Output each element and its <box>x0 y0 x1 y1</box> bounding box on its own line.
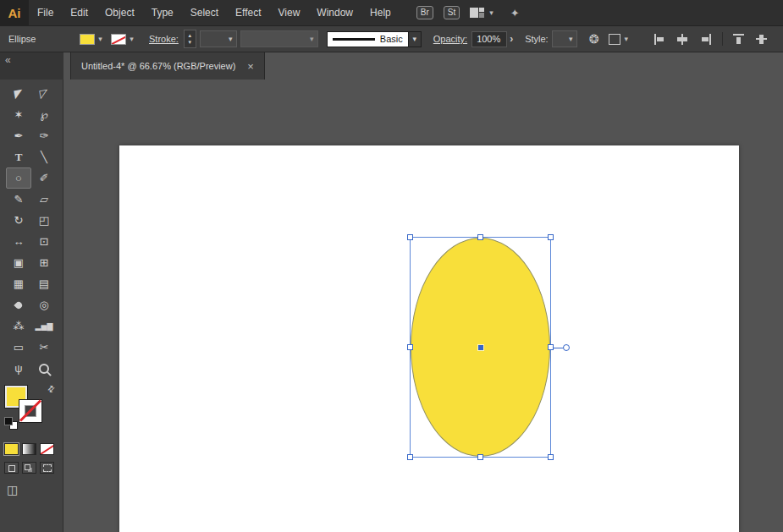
menu-item-file[interactable]: File <box>29 0 62 25</box>
width-icon: ↔ <box>14 235 25 248</box>
selection-handle-middle-right[interactable] <box>548 344 554 350</box>
slice-tool[interactable]: ✂ <box>31 337 57 358</box>
type-tool[interactable]: T <box>6 146 31 167</box>
selection-handle-middle-left[interactable] <box>407 344 413 350</box>
stock-button[interactable]: St <box>444 6 460 19</box>
vertical-align-center-icon[interactable] <box>756 34 769 45</box>
zoom-tool[interactable] <box>31 358 57 379</box>
blend-tool[interactable]: ◎ <box>31 294 57 315</box>
pen-tool[interactable]: ✒ <box>6 125 31 146</box>
pencil-tool[interactable]: ✎ <box>6 189 31 210</box>
lasso-tool[interactable]: ℘ <box>31 104 57 125</box>
mesh-tool[interactable]: ▦ <box>6 273 31 294</box>
draw-inside-button[interactable] <box>40 462 54 474</box>
ellipse-tool[interactable]: ○ <box>6 167 31 189</box>
eyedropper-tool[interactable] <box>6 294 31 315</box>
align-to-caret-icon[interactable]: ▾ <box>620 35 631 43</box>
fill-dropdown-caret-icon[interactable]: ▾ <box>95 35 106 43</box>
artboard-tool[interactable]: ▭ <box>6 337 31 358</box>
line-segment-tool[interactable]: ╲ <box>31 146 57 167</box>
opacity-flyout-chevron-icon[interactable]: › <box>510 33 513 45</box>
menu-item-type[interactable]: Type <box>143 0 182 25</box>
main-menu: File Edit Object Type Select Effect View… <box>29 0 400 25</box>
perspective-grid-icon: ⊞ <box>40 256 49 269</box>
style-caret-icon[interactable]: ▾ <box>565 35 576 43</box>
brush-caret-icon[interactable]: ▾ <box>409 31 422 47</box>
recolor-artwork-icon[interactable]: ❂ <box>589 32 599 46</box>
align-to-selection-combo[interactable]: ▾ <box>609 34 631 45</box>
color-mode-buttons <box>0 431 63 455</box>
magic-wand-tool[interactable]: ✶ <box>6 104 31 125</box>
shape-builder-icon: ▣ <box>14 256 24 269</box>
stroke-weight-caret-icon[interactable]: ▾ <box>225 35 236 43</box>
horizontal-align-left-icon[interactable] <box>653 34 666 45</box>
horizontal-align-center-icon[interactable] <box>676 34 689 45</box>
none-button[interactable] <box>40 443 54 455</box>
menu-item-edit[interactable]: Edit <box>62 0 96 25</box>
stepper-up-icon[interactable]: ▴ <box>189 32 192 39</box>
curvature-tool[interactable]: ✑ <box>31 125 57 146</box>
stroke-dropdown-caret-icon[interactable]: ▾ <box>126 35 137 43</box>
selection-handle-top-right[interactable] <box>548 234 554 240</box>
horizontal-align-right-icon[interactable] <box>699 34 712 45</box>
eraser-tool[interactable]: ▱ <box>31 189 57 210</box>
opacity-panel-link[interactable]: Opacity: <box>433 34 467 44</box>
fill-color-swatch[interactable] <box>80 34 95 45</box>
swap-fill-stroke-icon[interactable]: ⇄ <box>45 383 57 395</box>
collapse-panels-icon[interactable]: « <box>5 54 11 66</box>
menu-item-window[interactable]: Window <box>308 0 361 25</box>
vertical-align-top-icon[interactable] <box>733 34 746 45</box>
selection-handle-bottom-left[interactable] <box>407 454 413 460</box>
perspective-grid-tool[interactable]: ⊞ <box>31 252 57 273</box>
style-combo[interactable]: ▾ <box>552 30 577 47</box>
shape-builder-tool[interactable]: ▣ <box>6 252 31 273</box>
menu-item-view[interactable]: View <box>270 0 309 25</box>
stepper-down-icon[interactable]: ▾ <box>189 39 192 46</box>
opacity-input[interactable]: 100% <box>471 31 507 47</box>
column-graph-tool[interactable]: ▂▅▇ <box>31 315 57 337</box>
selection-bounding-box <box>410 237 551 458</box>
gradient-tool[interactable]: ▤ <box>31 273 57 294</box>
stroke-color-swatch[interactable] <box>111 34 126 45</box>
paintbrush-tool[interactable]: ✐ <box>31 167 57 189</box>
workspace-switcher-icon[interactable] <box>470 8 484 18</box>
canvas-area[interactable] <box>63 80 783 532</box>
brush-definition-combo[interactable]: Basic ▾ <box>327 31 422 47</box>
selection-tool[interactable]: ◤ <box>6 83 31 104</box>
ellipse-icon: ○ <box>15 172 22 184</box>
rotate-tool[interactable]: ↻ <box>6 210 31 231</box>
stroke-panel-link[interactable]: Stroke: <box>149 34 179 44</box>
free-transform-tool[interactable]: ⊡ <box>31 231 57 252</box>
change-screen-mode-icon[interactable]: ◫ <box>7 483 18 496</box>
default-fill-stroke-icon[interactable] <box>5 418 17 429</box>
side-handle-knob[interactable] <box>563 344 570 351</box>
color-button[interactable] <box>4 443 19 455</box>
workspace-caret-icon[interactable]: ▾ <box>489 8 494 17</box>
menu-item-help[interactable]: Help <box>361 0 400 25</box>
brush-preview[interactable]: Basic <box>327 31 409 47</box>
selection-handle-bottom-center[interactable] <box>477 454 483 460</box>
gradient-button[interactable] <box>22 443 36 455</box>
menu-item-select[interactable]: Select <box>182 0 227 25</box>
selection-handle-top-left[interactable] <box>407 234 413 240</box>
hand-tool[interactable]: ψ <box>6 358 31 379</box>
selection-handle-bottom-right[interactable] <box>548 454 554 460</box>
document-tab[interactable]: Untitled-4* @ 66.67% (RGB/Preview) × <box>70 52 265 80</box>
stroke-weight-combo[interactable]: ▾ <box>200 30 237 47</box>
selection-handle-top-center[interactable] <box>477 234 483 240</box>
tab-close-icon[interactable]: × <box>247 60 254 73</box>
width-profile-caret-icon: ▾ <box>306 35 317 43</box>
menu-item-object[interactable]: Object <box>96 0 143 25</box>
bridge-button[interactable]: Br <box>416 6 433 19</box>
width-tool[interactable]: ↔ <box>6 231 31 252</box>
draw-normal-button[interactable] <box>4 462 19 474</box>
draw-behind-button[interactable] <box>22 462 36 474</box>
cs-live-services-icon[interactable]: ✦ <box>510 7 520 19</box>
menu-item-effect[interactable]: Effect <box>227 0 269 25</box>
stroke-swatch[interactable] <box>19 400 41 422</box>
stroke-weight-stepper[interactable]: ▴ ▾ <box>184 30 196 48</box>
scale-tool[interactable]: ◰ <box>31 210 57 231</box>
shape-center-point[interactable] <box>478 345 483 350</box>
symbol-sprayer-tool[interactable]: ⁂ <box>6 315 31 337</box>
direct-selection-tool[interactable]: ◸ <box>31 83 57 104</box>
